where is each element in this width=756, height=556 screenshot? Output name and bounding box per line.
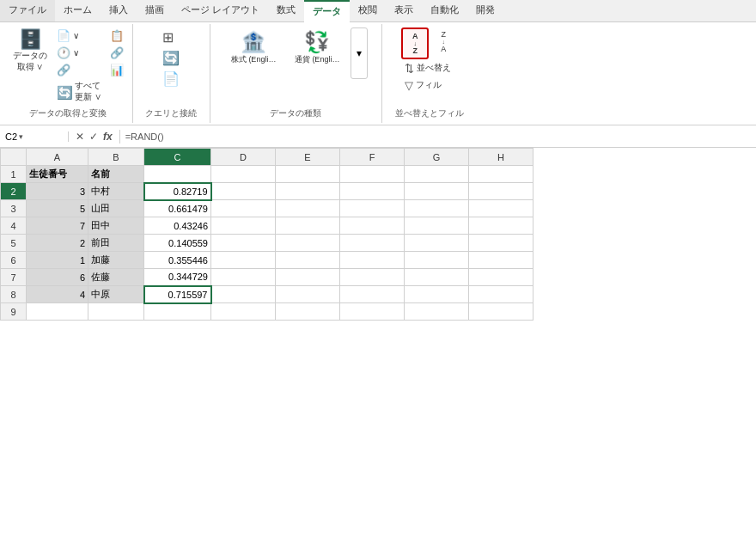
cell-e7[interactable] [276,269,340,286]
cell-a4[interactable]: 7 [27,217,88,235]
edit-links-button[interactable]: 🔗 [107,45,127,61]
col-header-c[interactable]: C [144,149,211,166]
cell-b2[interactable]: 中村 [88,183,144,200]
tab-dev[interactable]: 開発 [467,0,503,21]
cell-e4[interactable] [276,217,340,235]
tab-automate[interactable]: 自動化 [422,0,467,21]
cell-g4[interactable] [405,217,469,235]
tab-file[interactable]: ファイル [0,0,55,21]
cell-f9[interactable] [340,303,405,321]
cell-f7[interactable] [340,269,405,286]
cell-g5[interactable] [405,235,469,252]
cell-g3[interactable] [405,200,469,217]
cell-c8[interactable]: 0.715597 [144,286,211,303]
new-query-button[interactable]: 📄 ∨ [53,27,105,44]
cell-b7[interactable]: 佐藤 [88,269,144,286]
cell-b8[interactable]: 中原 [88,286,144,303]
row-num-2[interactable]: 2 [1,183,27,200]
row-num-3[interactable]: 3 [1,200,27,217]
query-button1[interactable]: ⊞ [159,27,183,47]
cell-a5[interactable]: 2 [27,235,88,252]
cell-h1[interactable] [469,166,533,183]
cell-a6[interactable]: 1 [27,252,88,269]
cell-a7[interactable]: 6 [27,269,88,286]
queries-connections-button[interactable]: 📊 [107,62,127,78]
sort-button[interactable]: ⇅ 並べ替え [401,60,457,76]
cell-c7[interactable]: 0.344729 [144,269,211,286]
tab-home[interactable]: ホーム [55,0,101,21]
row-num-1[interactable]: 1 [1,166,27,183]
tab-insert[interactable]: 挿入 [101,0,137,21]
cell-h3[interactable] [469,200,533,217]
cell-b4[interactable]: 田中 [88,217,144,235]
sort-za-button[interactable]: Z ↓ A [430,27,457,59]
row-num-9[interactable]: 9 [1,303,27,321]
cell-h9[interactable] [469,303,533,321]
cell-e5[interactable] [276,235,340,252]
tab-page-layout[interactable]: ページ レイアウト [173,0,268,21]
cell-f6[interactable] [340,252,405,269]
row-num-7[interactable]: 7 [1,269,27,286]
cell-f1[interactable] [340,166,405,183]
cell-d3[interactable] [211,200,276,217]
insert-function-icon[interactable]: fx [101,130,114,144]
tab-draw[interactable]: 描画 [137,0,173,21]
cell-h4[interactable] [469,217,533,235]
cell-g6[interactable] [405,252,469,269]
col-header-d[interactable]: D [211,149,276,166]
cell-g2[interactable] [405,183,469,200]
col-header-h[interactable]: H [469,149,533,166]
cell-h2[interactable] [469,183,533,200]
row-num-8[interactable]: 8 [1,286,27,303]
cell-e8[interactable] [276,286,340,303]
cell-g9[interactable] [405,303,469,321]
cancel-formula-icon[interactable]: ✕ [74,130,86,144]
cell-e1[interactable] [276,166,340,183]
col-header-b[interactable]: B [88,149,144,166]
col-header-e[interactable]: E [276,149,340,166]
query-button2[interactable]: 🔄 [159,48,183,68]
cell-c1[interactable] [144,166,211,183]
cell-g1[interactable] [405,166,469,183]
cell-a9[interactable] [27,303,88,321]
col-header-f[interactable]: F [340,149,405,166]
cell-f5[interactable] [340,235,405,252]
cell-h6[interactable] [469,252,533,269]
cell-h7[interactable] [469,269,533,286]
cell-b1[interactable]: 名前 [88,166,144,183]
sort-az-button[interactable]: A ↓ Z [401,27,429,59]
refresh-all-button[interactable]: 🔄 すべて更新 ∨ [53,79,105,105]
cell-d9[interactable] [211,303,276,321]
cell-e9[interactable] [276,303,340,321]
currency-button[interactable]: 💱 通貨 (Engli… [287,27,347,68]
cell-a8[interactable]: 4 [27,286,88,303]
tab-data[interactable]: データ [304,0,350,22]
cell-d1[interactable] [211,166,276,183]
cell-b5[interactable]: 前田 [88,235,144,252]
formula-input[interactable] [120,131,756,142]
cell-h8[interactable] [469,286,533,303]
tab-view[interactable]: 表示 [386,0,422,21]
cell-d4[interactable] [211,217,276,235]
cell-c6[interactable]: 0.355446 [144,252,211,269]
cell-a1[interactable]: 生徒番号 [27,166,88,183]
col-header-g[interactable]: G [405,149,469,166]
cell-e2[interactable] [276,183,340,200]
recent-sources-button[interactable]: 🕐 ∨ [53,45,105,61]
cell-b6[interactable]: 加藤 [88,252,144,269]
row-num-4[interactable]: 4 [1,217,27,235]
cell-c5[interactable]: 0.140559 [144,235,211,252]
tab-formula[interactable]: 数式 [268,0,304,21]
cell-b3[interactable]: 山田 [88,200,144,217]
data-type-dropdown[interactable]: ▾ [351,27,368,79]
cell-c3[interactable]: 0.661479 [144,200,211,217]
cell-f2[interactable] [340,183,405,200]
cell-f3[interactable] [340,200,405,217]
existing-connections-button[interactable]: 🔗 [53,62,105,78]
get-data-button[interactable]: 🗄️ データの取得 ∨ [9,27,52,76]
cell-c2[interactable]: 0.82719 [144,183,211,200]
cell-d8[interactable] [211,286,276,303]
row-num-6[interactable]: 6 [1,252,27,269]
stocks-button[interactable]: 🏦 株式 (Engli… [223,27,284,68]
cell-a2[interactable]: 3 [27,183,88,200]
